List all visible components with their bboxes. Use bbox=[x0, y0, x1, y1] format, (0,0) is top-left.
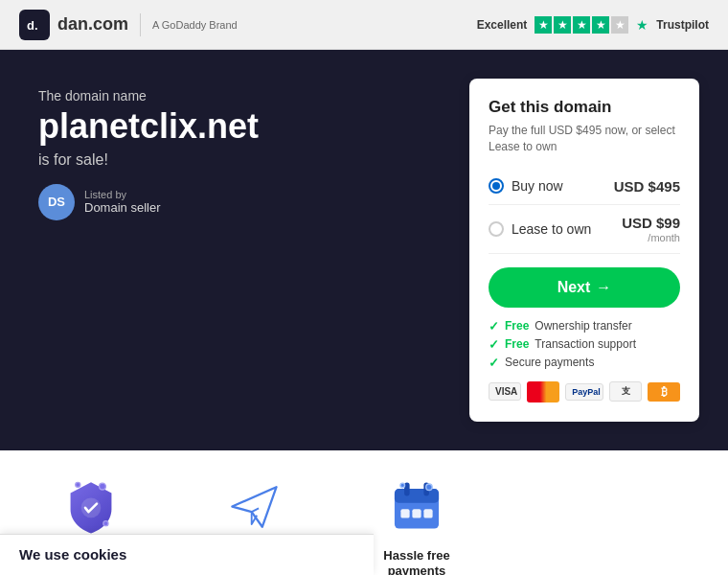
buy-now-left: Buy now bbox=[489, 178, 563, 194]
paper-plane-icon bbox=[220, 473, 287, 540]
svg-rect-7 bbox=[395, 489, 439, 503]
hero-subtitle: The domain name bbox=[38, 88, 259, 104]
next-button[interactable]: Next → bbox=[489, 267, 680, 308]
hero-forsale: is for sale! bbox=[38, 151, 259, 169]
check-icon-2: ✓ bbox=[489, 337, 499, 352]
listed-by-label: Listed by bbox=[84, 189, 160, 200]
svg-rect-11 bbox=[412, 509, 421, 518]
feature-payments-caption: Hassle free payments bbox=[364, 548, 469, 575]
lease-radio[interactable] bbox=[489, 221, 504, 237]
trustpilot-stars: ★ ★ ★ ★ ★ bbox=[535, 16, 628, 34]
seller-avatar: DS bbox=[38, 184, 75, 220]
visa-text: VISA bbox=[495, 386, 517, 397]
calendar-icon bbox=[383, 473, 450, 540]
buy-now-price: USD $495 bbox=[614, 178, 680, 195]
payment-icons: VISA ● PayPal 支 ₿ bbox=[489, 381, 680, 402]
check-icon-3: ✓ bbox=[489, 356, 499, 370]
arrow-icon: → bbox=[596, 279, 611, 296]
trustpilot-star-icon: ★ bbox=[636, 17, 648, 33]
buy-now-radio[interactable] bbox=[489, 178, 504, 194]
free-label-1: Free bbox=[505, 319, 529, 333]
header-left: d. dan.com A GoDaddy Brand bbox=[19, 10, 238, 40]
godaddy-label: A GoDaddy Brand bbox=[152, 19, 238, 31]
hero-domain: planetclix.net bbox=[38, 107, 259, 146]
star-4: ★ bbox=[592, 16, 609, 34]
svg-rect-10 bbox=[400, 509, 409, 518]
svg-point-4 bbox=[76, 482, 80, 487]
paper-plane-svg bbox=[225, 478, 283, 536]
radio-inner bbox=[492, 182, 500, 190]
lease-option[interactable]: Lease to own USD $99 /month bbox=[489, 205, 680, 254]
seller-text: Listed by Domain seller bbox=[84, 189, 160, 215]
seller-info: DS Listed by Domain seller bbox=[38, 184, 259, 220]
free-label-2: Free bbox=[505, 337, 529, 351]
svg-text:d.: d. bbox=[27, 18, 38, 33]
star-2: ★ bbox=[554, 16, 571, 34]
shield-svg bbox=[62, 478, 120, 536]
shield-icon bbox=[57, 473, 125, 540]
alipay-icon: 支 bbox=[609, 381, 642, 402]
cookie-title: We use cookies bbox=[19, 546, 126, 563]
cookie-bar: We use cookies bbox=[0, 534, 374, 575]
feature-secure: ✓ Secure payments bbox=[489, 356, 680, 370]
svg-point-3 bbox=[100, 483, 106, 490]
card-title: Get this domain bbox=[489, 98, 680, 117]
card-features: ✓ Free Ownership transfer ✓ Free Transac… bbox=[489, 319, 680, 370]
star-1: ★ bbox=[535, 16, 552, 34]
feature-transaction: ✓ Free Transaction support bbox=[489, 337, 680, 352]
dan-logo: d. dan.com bbox=[19, 10, 128, 40]
svg-point-5 bbox=[103, 520, 108, 525]
mastercard-icon: ● bbox=[527, 381, 559, 402]
svg-point-13 bbox=[426, 484, 432, 490]
dan-logo-icon: d. bbox=[19, 10, 50, 40]
star-5: ★ bbox=[611, 16, 628, 34]
seller-name: Domain seller bbox=[84, 200, 160, 215]
svg-point-14 bbox=[400, 483, 405, 488]
lease-price-wrap: USD $99 /month bbox=[622, 215, 680, 243]
header: d. dan.com A GoDaddy Brand Excellent ★ ★… bbox=[0, 0, 728, 50]
star-3: ★ bbox=[573, 16, 590, 34]
card-subtitle: Pay the full USD $495 now, or select Lea… bbox=[489, 123, 680, 155]
feature-ownership: ✓ Free Ownership transfer bbox=[489, 319, 680, 334]
dan-logo-svg: d. bbox=[24, 14, 45, 35]
calendar-svg bbox=[388, 478, 445, 536]
domain-card: Get this domain Pay the full USD $495 no… bbox=[469, 79, 699, 422]
paypal-text: PayPal bbox=[572, 387, 601, 397]
hero-section: The domain name planetclix.net is for sa… bbox=[0, 50, 728, 450]
paypal-icon: PayPal bbox=[565, 383, 603, 401]
bitcoin-icon: ₿ bbox=[648, 382, 680, 402]
lease-left: Lease to own bbox=[489, 221, 591, 237]
feature-payments: Hassle free payments bbox=[364, 473, 469, 575]
trustpilot-logo: Trustpilot bbox=[656, 18, 709, 32]
visa-icon: VISA bbox=[489, 382, 521, 401]
svg-rect-12 bbox=[423, 509, 432, 518]
feature3-text: Secure payments bbox=[505, 356, 594, 369]
trustpilot-area: Excellent ★ ★ ★ ★ ★ ★ Trustpilot bbox=[477, 16, 709, 34]
lease-label: Lease to own bbox=[512, 221, 591, 237]
feature1-text: Ownership transfer bbox=[535, 319, 631, 333]
dan-logo-text: dan.com bbox=[57, 14, 128, 34]
feature2-text: Transaction support bbox=[535, 337, 636, 351]
header-divider bbox=[140, 13, 141, 36]
lease-price: USD $99 bbox=[622, 215, 680, 231]
buy-now-option[interactable]: Buy now USD $495 bbox=[489, 169, 680, 205]
hero-left: The domain name planetclix.net is for sa… bbox=[38, 79, 259, 220]
check-icon-1: ✓ bbox=[489, 319, 499, 334]
next-label: Next bbox=[557, 279, 591, 296]
lease-period: /month bbox=[622, 232, 680, 243]
buy-now-label: Buy now bbox=[512, 178, 563, 194]
excellent-text: Excellent bbox=[477, 18, 528, 32]
